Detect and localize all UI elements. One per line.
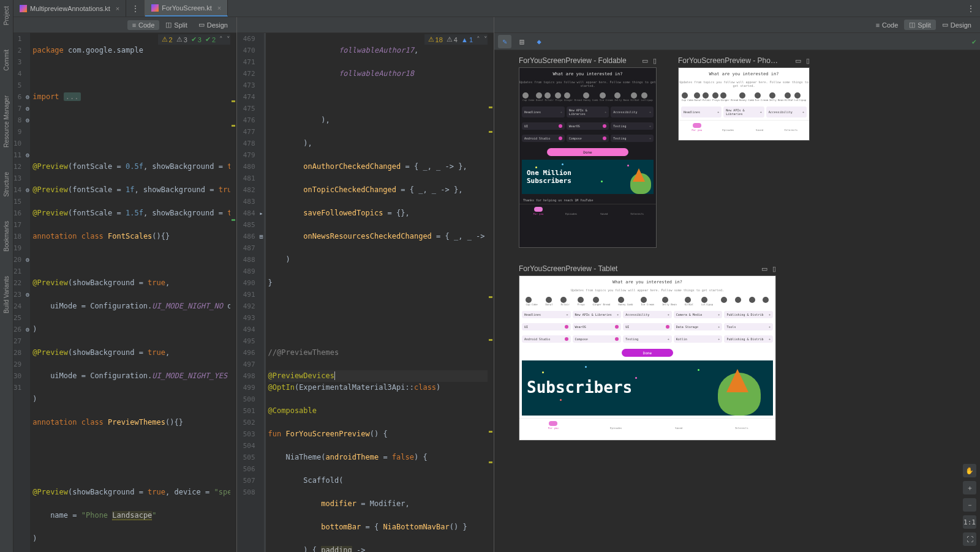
split-icon: ◫ — [165, 21, 172, 29]
close-icon[interactable]: × — [217, 4, 221, 12]
preview-label: ForYouScreenPreview - Foldable — [519, 56, 627, 65]
gutter-preview-icon[interactable]: ⚙ — [26, 254, 29, 266]
device-canvas: What are you interested in? Updates from… — [678, 67, 810, 141]
preview-actions: ✎ ▤ ◆ ✔ — [494, 33, 980, 50]
rail-resource-manager[interactable]: Resource Manager — [3, 95, 10, 147]
weak-warning-badge[interactable]: ⚠3 — [176, 35, 187, 43]
content-row: ≡Code ◫Split ▭Design 1234567891011121314… — [13, 17, 980, 552]
preview-tablet[interactable]: ForYouScreenPreview - Tablet ▭ ▯ What ar… — [519, 264, 776, 441]
second-tab-group: ForYouScreen.kt × ⋮ — [145, 0, 980, 17]
app-header: What are you interested in? — [679, 68, 809, 80]
split-icon: ◫ — [909, 21, 915, 29]
tab-more-icon[interactable]: ⋮ — [962, 0, 980, 17]
inspection-widget-right[interactable]: ⚠18 ⚠4 ▲1 ˄ ˅ — [424, 34, 491, 45]
ok-badge[interactable]: ✔3 — [191, 35, 202, 43]
rail-bookmarks[interactable]: Bookmarks — [3, 221, 10, 252]
gutter-preview-icon[interactable]: ⚙ — [26, 103, 29, 114]
mode-split-button[interactable]: ◫Split — [160, 20, 192, 30]
preview-label: ForYouScreenPreview - Pho… — [678, 56, 778, 65]
tab-more-icon[interactable]: ⋮ — [126, 0, 145, 17]
zoom-tools: ✋ ＋ － 1:1 ⛶ — [963, 464, 976, 546]
prev-highlight-icon[interactable]: ˄ — [477, 35, 480, 43]
preview-phone[interactable]: ForYouScreenPreview - Pho… ▭ ▯ What are … — [678, 56, 810, 141]
code-lines-left[interactable]: package com.google.sample import ... @Pr… — [30, 33, 236, 552]
gutter-preview-icon[interactable]: ⚙ — [26, 289, 29, 300]
run-preview-icon[interactable]: ▯ — [772, 265, 776, 273]
device-canvas: What are you interested in? Updates from… — [519, 275, 776, 441]
rail-commit[interactable]: Commit — [3, 50, 10, 70]
preview-label: ForYouScreenPreview - Tablet — [519, 264, 617, 273]
gutter-right: 4694704714724734744754764774784794804814… — [237, 33, 264, 552]
done-button: Done — [547, 148, 629, 156]
app-sub: Updates from topics you follow will appe… — [679, 80, 809, 90]
deploy-to-device-icon[interactable]: ▭ — [761, 265, 767, 273]
typo-badge[interactable]: ✔2 — [205, 35, 216, 43]
mode-design-button[interactable]: ▭Design — [194, 20, 233, 30]
deploy-to-device-icon[interactable]: ▭ — [642, 57, 648, 65]
interactive-preview-icon[interactable]: ✎ — [498, 35, 511, 48]
kotlin-file-icon — [20, 5, 27, 12]
app-header: What are you interested in? — [519, 276, 775, 288]
editor-left: ≡Code ◫Split ▭Design 1234567891011121314… — [13, 17, 237, 552]
mode-code-button[interactable]: ≡Code — [127, 20, 160, 30]
layers-icon[interactable]: ◆ — [532, 35, 546, 48]
compose-preview-panel: ≡Code ◫Split ▭Design ✎ ▤ ◆ ✔ ForYouScree… — [494, 17, 980, 552]
zoom-reset-icon[interactable]: 1:1 — [963, 515, 976, 529]
rail-build-variants[interactable]: Build Variants — [3, 276, 10, 313]
gutter-left: 1234567891011121314151617181920212223242… — [13, 33, 30, 552]
pan-icon[interactable]: ✋ — [963, 464, 976, 477]
rail-project[interactable]: Project — [3, 6, 10, 25]
weak-warning-badge[interactable]: ⚠4 — [447, 35, 458, 43]
editor-right: 4694704714724734744754764774784794804814… — [237, 17, 494, 552]
warning-badge[interactable]: ⚠2 — [162, 35, 173, 43]
info-badge[interactable]: ▲1 — [461, 36, 473, 43]
main-area: MultipreviewAnnotations.kt × ⋮ ForYouScr… — [13, 0, 980, 552]
close-icon[interactable]: × — [116, 5, 119, 12]
gutter-preview-icon[interactable]: ⚙ — [26, 184, 29, 196]
view-mode-toolbar-right: ≡Code ◫Split ▭Design — [494, 17, 980, 33]
gutter-preview-icon[interactable]: ⚙ — [26, 149, 29, 161]
mode-design-button[interactable]: ▭Design — [937, 20, 976, 30]
warning-badge[interactable]: ⚠18 — [428, 35, 443, 43]
code-area-right[interactable]: 4694704714724734744754764774784794804814… — [237, 33, 494, 552]
zoom-out-icon[interactable]: － — [963, 498, 976, 512]
marker-strip-right[interactable] — [488, 33, 494, 552]
run-preview-icon[interactable]: ▯ — [806, 57, 810, 65]
rail-structure[interactable]: Structure — [3, 172, 10, 197]
deploy-to-device-icon[interactable]: ▭ — [795, 57, 801, 65]
run-preview-icon[interactable]: ▯ — [653, 57, 657, 65]
build-ok-icon: ✔ — [972, 37, 976, 46]
hero-card: Subscribers — [522, 360, 773, 416]
animation-preview-icon[interactable]: ▤ — [515, 35, 529, 48]
tab-for-you-screen[interactable]: ForYouScreen.kt × — [145, 0, 228, 17]
mode-split-button[interactable]: ◫Split — [904, 20, 935, 30]
tool-window-rail: Project Commit Resource Manager Structur… — [0, 0, 13, 552]
inspection-widget-left[interactable]: ⚠2 ⚠3 ✔3 ✔2 ˄ ˅ — [158, 34, 235, 45]
code-icon: ≡ — [876, 21, 880, 29]
editor-tabs: MultipreviewAnnotations.kt × ⋮ ForYouScr… — [13, 0, 980, 17]
marker-strip-left[interactable] — [230, 33, 236, 552]
preview-surface[interactable]: ForYouScreenPreview - Foldable ▭ ▯ What … — [494, 50, 980, 552]
preview-foldable[interactable]: ForYouScreenPreview - Foldable ▭ ▯ What … — [519, 56, 657, 248]
preview-actions-toolbar — [237, 17, 494, 33]
gutter-preview-icon[interactable]: ⊞ — [260, 231, 263, 242]
app-sub: Updates from topics you follow will appe… — [519, 288, 775, 294]
code-area-left[interactable]: 1234567891011121314151617181920212223242… — [13, 33, 236, 552]
tab-label: MultipreviewAnnotations.kt — [30, 5, 110, 12]
tab-multipreview-annotations[interactable]: MultipreviewAnnotations.kt × — [13, 0, 126, 17]
design-icon: ▭ — [198, 21, 205, 29]
gutter-preview-icon[interactable]: ⚙ — [26, 91, 29, 103]
app-header: What are you interested in? — [519, 68, 656, 80]
avatar-row: Cup Cake Donut Eclair Froyo Ginger Bread… — [519, 90, 656, 104]
zoom-in-icon[interactable]: ＋ — [963, 481, 976, 494]
tab-label: ForYouScreen.kt — [162, 4, 212, 12]
gutter-run-icon[interactable]: ▸ — [260, 207, 263, 219]
hero-card: One MillionSubscribers — [522, 160, 654, 194]
mode-code-button[interactable]: ≡Code — [871, 20, 903, 30]
code-lines-right[interactable]: follwableAuthor17, follwableAuthor18 ), … — [264, 33, 494, 552]
done-button: Done — [622, 349, 673, 357]
zoom-fit-icon[interactable]: ⛶ — [963, 532, 976, 546]
gutter-preview-icon[interactable]: ⚙ — [26, 324, 29, 335]
prev-highlight-icon[interactable]: ˄ — [219, 35, 223, 43]
gutter-preview-icon[interactable]: ⚙ — [26, 114, 29, 126]
